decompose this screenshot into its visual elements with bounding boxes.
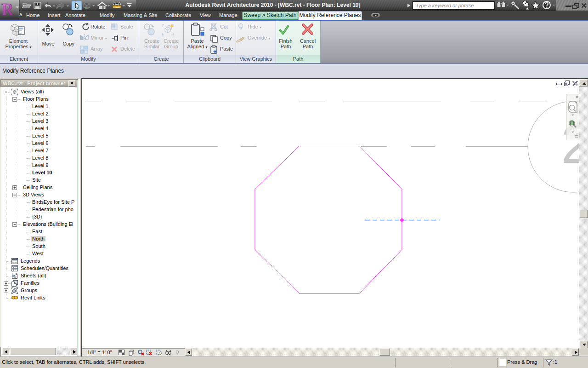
svg-text:R: R: [1, 0, 14, 19]
